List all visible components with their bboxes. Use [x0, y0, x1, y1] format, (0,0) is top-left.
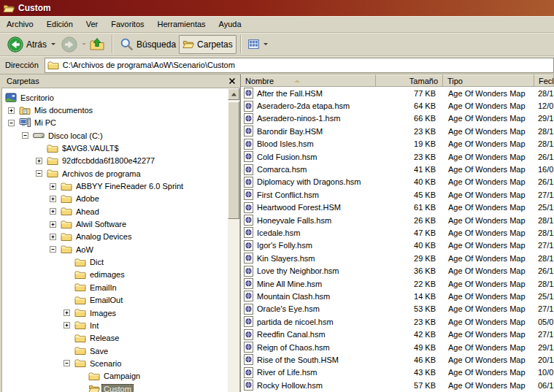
- file-row-aseradero-ninos-1-hsm[interactable]: Aseradero-ninos-1.hsm66 KBAge Of Wonders…: [241, 112, 554, 125]
- file-row-mountain-clash-hsm[interactable]: Mountain Clash.hsm14 KBAge Of Wonders Ma…: [241, 290, 554, 302]
- file-row-after-the-fall-hsm[interactable]: After the Fall.HSM77 KBAge Of Wonders Ma…: [241, 87, 554, 99]
- tree-node-analog-devices[interactable]: Analog Devices: [2, 231, 228, 243]
- tree-node-label[interactable]: ABBYY FineReader 6.0 Sprint: [74, 181, 185, 191]
- tree-node-custom[interactable]: Custom: [2, 383, 228, 392]
- tree-node-label[interactable]: Save: [88, 346, 110, 356]
- column-header-tipo[interactable]: Tipo: [443, 74, 534, 87]
- menu-item-herramientas[interactable]: Herramientas: [151, 16, 212, 32]
- tree-node-label[interactable]: Release: [88, 333, 121, 343]
- close-icon[interactable]: [228, 77, 236, 85]
- file-row-barondir-bay-hsm[interactable]: Barondir Bay.HSM23 KBAge Of Wonders Map2…: [241, 125, 554, 137]
- views-button[interactable]: [245, 35, 271, 54]
- file-row-reedfin-canal-hsm[interactable]: Reedfin Canal.hsm42 KBAge Of Wonders Map…: [241, 328, 554, 340]
- tree-node-aow[interactable]: AoW: [2, 243, 228, 255]
- tree-scrollbar[interactable]: [228, 88, 239, 392]
- tree-node-label[interactable]: Adobe: [74, 193, 101, 204]
- tree-node-label[interactable]: $AVG8.VAULT$: [60, 143, 121, 153]
- tree-node-label[interactable]: Analog Devices: [74, 231, 134, 242]
- forward-button[interactable]: [58, 35, 80, 54]
- expander-minus-icon[interactable]: [8, 120, 15, 126]
- file-row-cold-fusion-hsm[interactable]: Cold Fusion.hsm23 KBAge Of Wonders Map26…: [241, 150, 554, 163]
- menu-item-ver[interactable]: Ver: [80, 16, 105, 32]
- tree-node-label[interactable]: Custom: [101, 384, 134, 392]
- tree-node-label[interactable]: Escritorio: [18, 93, 56, 103]
- expander-minus-icon[interactable]: [50, 246, 56, 253]
- scrollbar-thumb[interactable]: [228, 101, 239, 219]
- expander-plus-icon[interactable]: [64, 310, 70, 316]
- tree-node-label[interactable]: Disco local (C:): [46, 131, 105, 141]
- file-row-heartwood-forest-hsm[interactable]: Heartwood Forest.HSM61 KBAge Of Wonders …: [241, 201, 554, 214]
- expander-plus-icon[interactable]: [50, 208, 56, 215]
- tree-node-escritorio[interactable]: Escritorio: [2, 91, 228, 104]
- tree-node-edimages[interactable]: edimages: [2, 269, 228, 281]
- column-header-nombre[interactable]: Nombre: [241, 74, 376, 87]
- tree-node-label[interactable]: Mi PC: [32, 118, 58, 128]
- tree-node-label[interactable]: Int: [88, 320, 101, 331]
- tree-node-label[interactable]: 92dfccbdda6f1800e42277: [60, 155, 157, 166]
- tree-node-release[interactable]: Release: [2, 332, 228, 345]
- tree-node-label[interactable]: Mis documentos: [32, 105, 95, 115]
- tree-node-label[interactable]: AoW: [74, 245, 96, 255]
- expander-plus-icon[interactable]: [50, 221, 56, 228]
- file-row-aseradero-2da-etapa-hsm[interactable]: Aseradero-2da etapa.hsm64 KBAge Of Wonde…: [241, 99, 554, 112]
- file-row-blood-isles-hsm[interactable]: Blood Isles.hsm19 KBAge Of Wonders Map28…: [241, 138, 554, 150]
- tree-node-label[interactable]: Ahead: [74, 207, 101, 217]
- tree-node-label[interactable]: Dict: [88, 257, 106, 267]
- file-row-rocky-hollow-hsm[interactable]: Rocky Hollow.hsm57 KBAge Of Wonders Map0…: [241, 379, 554, 391]
- tree-node-label[interactable]: Alwil Software: [74, 219, 128, 229]
- tree-node-label[interactable]: Archivos de programa: [60, 169, 143, 179]
- tree-node-mi-pc[interactable]: Mi PC: [2, 117, 228, 129]
- file-row-reign-of-chaos-hsm[interactable]: Reign of Chaos.hsm49 KBAge Of Wonders Ma…: [241, 341, 554, 353]
- menu-item-edici-n[interactable]: Edición: [40, 16, 80, 32]
- expander-plus-icon[interactable]: [8, 107, 15, 114]
- back-button[interactable]: Atrás: [4, 35, 58, 54]
- tree-node-label[interactable]: Images: [88, 308, 118, 318]
- tree-node-int[interactable]: Int: [2, 319, 228, 331]
- menu-item-archivo[interactable]: Archivo: [0, 16, 40, 32]
- tree-node-emailout[interactable]: EmailOut: [2, 294, 228, 307]
- expander-plus-icon[interactable]: [50, 183, 56, 190]
- file-row-oracle-s-eye-hsm[interactable]: Oracle's Eye.hsm53 KBAge Of Wonders Map2…: [241, 303, 554, 315]
- column-header-tama-o[interactable]: Tamaño: [376, 74, 443, 87]
- tree-node-campaign[interactable]: Campaign: [2, 370, 228, 383]
- tree-node-abbyy-finereader-6-0-sprint[interactable]: ABBYY FineReader 6.0 Sprint: [2, 180, 228, 192]
- expander-minus-icon[interactable]: [22, 132, 28, 139]
- tree-node-label[interactable]: EmailOut: [88, 295, 125, 305]
- tree-node-mis-documentos[interactable]: Mis documentos: [2, 104, 228, 116]
- tree-node-ahead[interactable]: Ahead: [2, 205, 228, 218]
- file-row-mine-all-mine-hsm[interactable]: Mine All Mine.hsm22 KBAge Of Wonders Map…: [241, 277, 554, 290]
- up-button[interactable]: [86, 35, 108, 54]
- search-button[interactable]: Búsqueda: [117, 35, 179, 54]
- file-row-kin-slayers-hsm[interactable]: Kin Slayers.hsm29 KBAge Of Wonders Map28…: [241, 252, 554, 264]
- tree-node-avg8-vault[interactable]: $AVG8.VAULT$: [2, 142, 228, 154]
- file-row-partida-de-nicoel-hsm[interactable]: partida de nicoel.hsm23 KBAge Of Wonders…: [241, 315, 554, 328]
- file-row-rise-of-the-south-hsm[interactable]: Rise of the South.HSM46 KBAge Of Wonders…: [241, 353, 554, 366]
- column-header-fech[interactable]: Fech: [534, 74, 554, 87]
- file-row-honeyvale-falls-hsm[interactable]: Honeyvale Falls.hsm26 KBAge Of Wonders M…: [241, 214, 554, 226]
- tree-node-label[interactable]: edimages: [88, 269, 127, 280]
- file-row-diplomacy-with-dragons-hsm[interactable]: Diplomacy with Dragons.hsm40 KBAge Of Wo…: [241, 176, 554, 188]
- address-input[interactable]: C:\Archivos de programa\AoW\Scenario\Cus…: [45, 58, 554, 73]
- file-row-love-thy-neighbor-hsm[interactable]: Love thy Neighbor.hsm36 KBAge Of Wonders…: [241, 264, 554, 277]
- expander-minus-icon[interactable]: [64, 360, 70, 366]
- tree-node-label[interactable]: EmailIn: [88, 283, 119, 293]
- views-dropdown-caret-icon[interactable]: [263, 43, 268, 45]
- title-bar[interactable]: Custom: [0, 0, 554, 16]
- tree-node-archivos-de-programa[interactable]: Archivos de programa: [2, 167, 228, 180]
- tree-node-adobe[interactable]: Adobe: [2, 193, 228, 205]
- expander-plus-icon[interactable]: [50, 196, 56, 202]
- folders-button[interactable]: Carpetas: [179, 35, 236, 54]
- tree-node-label[interactable]: Campaign: [101, 371, 142, 381]
- tree-node-alwil-software[interactable]: Alwil Software: [2, 218, 228, 230]
- file-row-comarca-hsm[interactable]: Comarca.hsm41 KBAge Of Wonders Map16/0: [241, 163, 554, 175]
- tree-node-save[interactable]: Save: [2, 345, 228, 357]
- menu-item-favoritos[interactable]: Favoritos: [104, 16, 150, 32]
- tree-node-emailin[interactable]: EmailIn: [2, 281, 228, 293]
- scroll-up-button[interactable]: [228, 88, 239, 100]
- tree-node-scenario[interactable]: Scenario: [2, 357, 228, 369]
- file-row-first-conflict-hsm[interactable]: First Conflict.hsm45 KBAge Of Wonders Ma…: [241, 188, 554, 201]
- tree-node-dict[interactable]: Dict: [2, 255, 228, 268]
- tree-node-label[interactable]: Scenario: [88, 358, 123, 369]
- menu-item-ayuda[interactable]: Ayuda: [212, 16, 248, 32]
- tree-node-disco-local-c[interactable]: Disco local (C:): [2, 129, 228, 142]
